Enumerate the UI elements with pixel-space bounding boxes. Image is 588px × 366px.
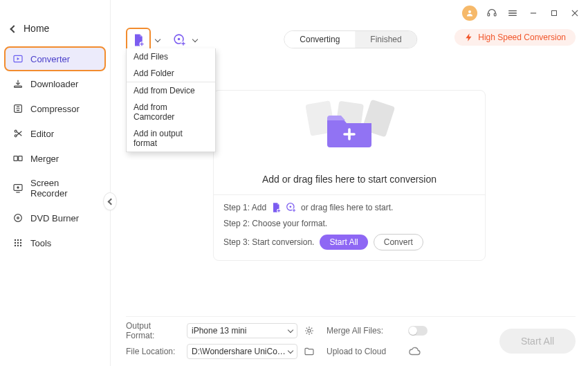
svg-point-25 — [17, 242, 19, 244]
dropzone-card: Add or drag files here to start conversi… — [213, 90, 486, 261]
cloud-icon[interactable] — [408, 345, 421, 358]
svg-point-23 — [20, 239, 21, 241]
global-start-all-button[interactable]: Start All — [499, 329, 576, 354]
bolt-icon — [464, 33, 474, 42]
sidebar-item-compressor[interactable]: Compressor — [6, 98, 104, 120]
sidebar-item-label: Converter — [30, 54, 70, 64]
file-location-select[interactable]: D:\Wondershare UniConverter 1 — [187, 344, 297, 359]
sidebar-item-label: DVD Burner — [30, 213, 79, 223]
svg-rect-15 — [14, 156, 17, 161]
output-format-value: iPhone 13 mini — [192, 326, 246, 336]
svg-rect-11 — [15, 86, 22, 87]
sidebar-item-tools[interactable]: Tools — [6, 232, 104, 254]
sidebar-item-screen-recorder[interactable]: Screen Recorder — [6, 172, 104, 204]
open-folder-icon[interactable] — [303, 345, 315, 358]
svg-point-22 — [17, 239, 19, 241]
svg-point-27 — [15, 245, 16, 246]
svg-point-26 — [20, 242, 21, 244]
add-files-caret[interactable] — [154, 36, 162, 44]
svg-point-32 — [178, 38, 180, 40]
status-segmented-control: Converting Finished — [284, 30, 417, 48]
disc-plus-icon — [286, 202, 297, 213]
step-1: Step 1: Add or drag files here to start. — [223, 202, 475, 213]
file-location-label: File Location: — [126, 347, 181, 356]
upload-cloud-label: Upload to Cloud — [327, 347, 403, 356]
segment-converting[interactable]: Converting — [284, 31, 355, 48]
merge-all-label: Merge All Files: — [327, 326, 403, 336]
svg-point-18 — [17, 186, 19, 188]
sidebar-item-label: Downloader — [30, 79, 78, 89]
high-speed-label: High Speed Conversion — [478, 33, 566, 42]
file-plus-icon — [132, 33, 145, 47]
svg-point-13 — [15, 130, 17, 132]
svg-point-24 — [15, 242, 16, 244]
sidebar-item-downloader[interactable]: Downloader — [6, 73, 104, 95]
disc-plus-icon — [173, 33, 187, 47]
sidebar-item-merger[interactable]: Merger — [6, 147, 104, 170]
svg-point-28 — [17, 245, 19, 246]
sidebar-item-dvd-burner[interactable]: DVD Burner — [6, 207, 104, 229]
step-3: Step 3: Start conversion. Start All Conv… — [223, 234, 475, 250]
output-format-select[interactable]: iPhone 13 mini — [187, 323, 297, 338]
add-files-dropdown: Add Files Add Folder Add from Device Add… — [126, 48, 216, 152]
file-location-value: D:\Wondershare UniConverter 1 — [192, 347, 288, 356]
video-play-icon — [12, 53, 24, 64]
chevron-down-icon — [288, 347, 293, 356]
svg-point-19 — [15, 214, 22, 222]
file-plus-icon — [270, 202, 282, 213]
dropdown-item-add-from-device[interactable]: Add from Device — [127, 82, 215, 99]
svg-point-20 — [17, 217, 19, 219]
dropzone[interactable] — [214, 91, 485, 167]
merge-icon — [12, 153, 24, 164]
home-button[interactable]: Home — [0, 17, 110, 44]
sidebar-item-label: Editor — [30, 129, 54, 139]
svg-rect-16 — [19, 156, 22, 161]
sidebar-item-editor[interactable]: Editor — [6, 122, 104, 145]
convert-button[interactable]: Convert — [374, 234, 423, 250]
svg-point-29 — [20, 245, 21, 246]
step1-suffix: or drag files here to start. — [301, 203, 393, 212]
svg-point-36 — [290, 205, 292, 208]
monitor-rec-icon — [12, 183, 24, 194]
grid-icon — [12, 237, 24, 248]
svg-point-14 — [15, 135, 17, 137]
start-all-button[interactable]: Start All — [320, 235, 367, 250]
sidebar-item-label: Merger — [30, 154, 59, 164]
sidebar-item-label: Screen Recorder — [30, 178, 98, 199]
compress-icon — [12, 103, 24, 114]
step2-text: Step 2: Choose your format. — [223, 219, 327, 228]
scissors-icon — [12, 128, 24, 139]
dropdown-item-add-from-camcorder[interactable]: Add from Camcorder — [127, 99, 215, 125]
dropdown-item-add-files[interactable]: Add Files — [127, 48, 215, 65]
output-format-label: Output Format: — [126, 321, 181, 340]
step3-text: Step 3: Start conversion. — [223, 237, 314, 247]
home-label: Home — [24, 23, 49, 34]
high-speed-chip[interactable]: High Speed Conversion — [454, 29, 576, 46]
chevron-left-icon — [11, 23, 17, 34]
chevron-down-icon — [288, 326, 293, 336]
sidebar-item-label: Compressor — [30, 104, 80, 114]
svg-point-21 — [15, 239, 16, 241]
sidebar-item-label: Tools — [30, 238, 51, 248]
step-2: Step 2: Choose your format. — [223, 219, 475, 228]
add-disc-button[interactable] — [172, 32, 188, 48]
disc-icon — [12, 212, 24, 223]
folder-plus-icon — [324, 109, 374, 149]
sidebar-item-converter[interactable]: Converter — [6, 48, 104, 70]
dropzone-text: Add or drag files here to start conversi… — [214, 174, 485, 185]
merge-all-toggle[interactable] — [408, 326, 428, 336]
segment-finished[interactable]: Finished — [355, 31, 416, 48]
add-disc-caret[interactable] — [191, 36, 199, 44]
step1-prefix: Step 1: Add — [223, 203, 266, 212]
dropdown-item-add-folder[interactable]: Add Folder — [127, 65, 215, 82]
download-icon — [12, 78, 24, 89]
dropdown-item-add-in-output-format[interactable]: Add in output format — [127, 125, 215, 152]
svg-point-38 — [308, 329, 311, 332]
output-settings-icon[interactable] — [303, 324, 315, 337]
